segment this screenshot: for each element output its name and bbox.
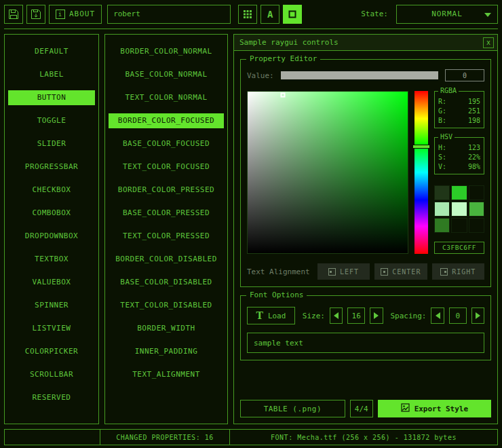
control-item-toggle[interactable]: TOGGLE bbox=[8, 113, 95, 128]
toolbar: i ABOUT A bbox=[4, 4, 498, 29]
control-item-default[interactable]: DEFAULT bbox=[8, 44, 95, 59]
palette-swatch-7[interactable] bbox=[451, 218, 467, 233]
style-name-input[interactable] bbox=[107, 5, 231, 24]
color-panel-cursor[interactable] bbox=[280, 92, 285, 97]
chevron-left-icon bbox=[436, 312, 440, 319]
palette-swatch-6[interactable] bbox=[434, 218, 450, 233]
align-right-button[interactable]: RIGHT bbox=[432, 263, 484, 280]
controls-list: DEFAULTLABELBUTTONTOGGLESLIDERPROGRESSBA… bbox=[4, 34, 99, 424]
property-item-border_width[interactable]: BORDER_WIDTH bbox=[109, 321, 224, 336]
control-item-label[interactable]: LABEL bbox=[8, 67, 95, 82]
pages-value-box[interactable]: 4/4 bbox=[350, 400, 373, 417]
close-button[interactable]: x bbox=[483, 37, 494, 48]
align-left-button[interactable]: LEFT bbox=[317, 263, 370, 280]
load-style-button[interactable] bbox=[4, 5, 23, 24]
property-item-text_color_normal[interactable]: TEXT_COLOR_NORMAL bbox=[109, 90, 224, 105]
control-item-reserved[interactable]: RESERVED bbox=[8, 390, 95, 405]
control-item-slider[interactable]: SLIDER bbox=[8, 136, 95, 151]
align-right-label: RIGHT bbox=[452, 268, 476, 276]
property-item-base_color_disabled[interactable]: BASE_COLOR_DISABLED bbox=[109, 275, 224, 290]
size-value-box[interactable]: 16 bbox=[347, 307, 365, 324]
property-item-text_color_focused[interactable]: TEXT_COLOR_FOCUSED bbox=[109, 160, 224, 174]
color-info-column: RGBA R: 195 G: 251 B: 198 bbox=[434, 91, 484, 254]
status-segment-empty bbox=[4, 429, 100, 445]
control-item-listview[interactable]: LISTVIEW bbox=[8, 321, 95, 336]
control-item-spinner[interactable]: SPINNER bbox=[8, 298, 95, 313]
align-center-button[interactable]: CENTER bbox=[374, 263, 427, 280]
filled-square-icon bbox=[288, 10, 297, 19]
sample-text-input[interactable]: sample text bbox=[247, 333, 484, 353]
spacing-increment-button[interactable] bbox=[471, 307, 484, 324]
control-item-colorpicker[interactable]: COLORPICKER bbox=[8, 344, 95, 359]
brightness-value-row: V: 98% bbox=[438, 162, 480, 172]
align-left-label: LEFT bbox=[340, 268, 359, 276]
palette-swatch-4[interactable] bbox=[451, 202, 467, 217]
rgba-group: RGBA R: 195 G: 251 B: 198 bbox=[434, 91, 484, 128]
spacing-label: Spacing: bbox=[391, 312, 427, 320]
spacing-decrement-button[interactable] bbox=[431, 307, 444, 324]
font-load-label: Load bbox=[268, 312, 286, 320]
grid-icon bbox=[243, 10, 252, 19]
value-box[interactable]: 0 bbox=[445, 69, 484, 81]
font-info-text: FONT: Mecha.ttf (256 x 256) - 131872 byt… bbox=[271, 434, 457, 441]
properties-list: BORDER_COLOR_NORMALBASE_COLOR_NORMALTEXT… bbox=[104, 34, 228, 424]
hex-value-box[interactable]: C3FBC6FF bbox=[434, 242, 484, 254]
control-item-valuebox[interactable]: VALUEBOX bbox=[8, 275, 95, 290]
hue-slider-handle[interactable] bbox=[412, 145, 430, 149]
about-button[interactable]: i ABOUT bbox=[49, 5, 102, 24]
save-style-button[interactable] bbox=[26, 5, 45, 24]
controls-view-button[interactable] bbox=[283, 5, 302, 24]
text-alignment-row: Text Alignment LEFTCENTERRIGHT bbox=[247, 263, 484, 280]
palette-swatch-5[interactable] bbox=[469, 202, 484, 217]
font-atlas-view-button[interactable]: A bbox=[260, 5, 279, 24]
color-panel[interactable] bbox=[247, 91, 408, 254]
size-value-text: 16 bbox=[352, 312, 361, 320]
statusbar: CHANGED PROPERTIES: 16 FONT: Mecha.ttf (… bbox=[4, 429, 498, 445]
property-editor-group: Property Editor Value: 0 bbox=[240, 59, 491, 287]
property-item-text_alignment[interactable]: TEXT_ALIGNMENT bbox=[109, 367, 224, 382]
window-titlebar[interactable]: Sample raygui controls x bbox=[234, 35, 497, 51]
control-item-progressbar[interactable]: PROGRESSBAR bbox=[8, 160, 95, 174]
size-increment-button[interactable] bbox=[370, 307, 383, 324]
property-item-inner_padding[interactable]: INNER_PADDING bbox=[109, 344, 224, 359]
hue-label: H: bbox=[438, 143, 446, 153]
property-item-border_color_disabled[interactable]: BORDER_COLOR_DISABLED bbox=[109, 252, 224, 267]
value-slider[interactable] bbox=[281, 71, 438, 79]
export-format-dropdown[interactable]: TABLE (.png) bbox=[240, 400, 345, 417]
property-item-base_color_focused[interactable]: BASE_COLOR_FOCUSED bbox=[109, 136, 224, 151]
control-item-dropdownbox[interactable]: DROPDOWNBOX bbox=[8, 229, 95, 244]
spacing-value-text: 0 bbox=[455, 312, 460, 320]
export-style-button[interactable]: Export Style bbox=[378, 400, 491, 417]
property-item-border_color_focused[interactable]: BORDER_COLOR_FOCUSED bbox=[109, 113, 224, 128]
control-item-checkbox[interactable]: CHECKBOX bbox=[8, 183, 95, 198]
property-editor-title: Property Editor bbox=[246, 54, 320, 63]
control-item-button[interactable]: BUTTON bbox=[8, 90, 95, 105]
property-item-text_color_disabled[interactable]: TEXT_COLOR_DISABLED bbox=[109, 298, 224, 313]
palette-swatch-1[interactable] bbox=[451, 185, 467, 200]
property-item-base_color_normal[interactable]: BASE_COLOR_NORMAL bbox=[109, 67, 224, 82]
red-value-row: R: 195 bbox=[438, 97, 480, 107]
control-item-textbox[interactable]: TEXTBOX bbox=[8, 252, 95, 267]
saturation-value: 22% bbox=[468, 153, 480, 162]
style-table-view-button[interactable] bbox=[238, 5, 257, 24]
font-load-button[interactable]: T Load bbox=[247, 307, 295, 324]
property-item-border_color_normal[interactable]: BORDER_COLOR_NORMAL bbox=[109, 44, 224, 59]
palette-swatch-2[interactable] bbox=[469, 185, 484, 200]
palette-swatch-3[interactable] bbox=[434, 202, 450, 217]
style-color-palette bbox=[434, 185, 484, 233]
control-item-combobox[interactable]: COMBOBOX bbox=[8, 206, 95, 221]
state-dropdown[interactable]: NORMAL bbox=[396, 5, 498, 24]
font-glyph-icon: T bbox=[256, 310, 263, 321]
font-controls-row: T Load Size: 16 Spacing: bbox=[247, 307, 484, 324]
state-label: State: bbox=[361, 10, 388, 18]
size-decrement-button[interactable] bbox=[330, 307, 343, 324]
spacing-value-box[interactable]: 0 bbox=[449, 307, 467, 324]
control-item-scrollbar[interactable]: SCROLLBAR bbox=[8, 367, 95, 382]
property-item-border_color_pressed[interactable]: BORDER_COLOR_PRESSED bbox=[109, 183, 224, 198]
palette-swatch-0[interactable] bbox=[434, 185, 450, 200]
palette-swatch-8[interactable] bbox=[469, 218, 484, 233]
property-item-text_color_pressed[interactable]: TEXT_COLOR_PRESSED bbox=[109, 229, 224, 244]
property-item-base_color_pressed[interactable]: BASE_COLOR_PRESSED bbox=[109, 206, 224, 221]
hue-slider[interactable] bbox=[414, 91, 428, 254]
floppy-disk-icon bbox=[8, 9, 19, 20]
